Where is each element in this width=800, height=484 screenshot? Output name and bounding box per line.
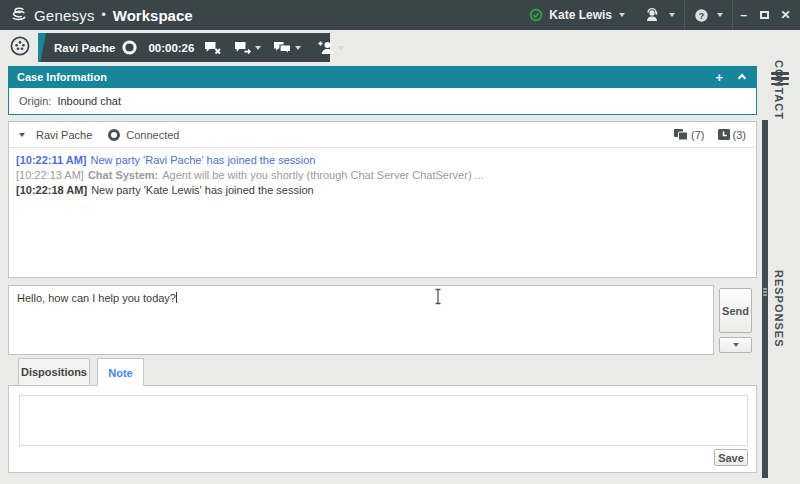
tab-note-label: Note (108, 367, 132, 379)
interactions-hub-button[interactable] (8, 34, 32, 58)
sidebar-tab-responses[interactable]: RESPONSES (773, 270, 785, 347)
chevron-down-icon (733, 343, 739, 347)
panel-splitter[interactable] (762, 120, 768, 478)
chat-session-panel: Ravi Pache Connected (7) (3) (8, 121, 757, 278)
svg-text:?: ? (699, 10, 705, 20)
message-text: New party 'Ravi Pache' has joined the se… (91, 154, 316, 166)
chat-party-status: Connected (126, 129, 179, 141)
transfer-chat-icon (234, 41, 252, 55)
message-text: New party 'Kate Lewis' has joined the se… (91, 184, 314, 196)
message-timestamp: [10:22:11 AM] (16, 154, 87, 166)
maximize-icon (760, 11, 769, 19)
agent-settings-menu[interactable] (634, 0, 684, 30)
title-bar: Genesys • Workspace Kate Lewis (0, 0, 800, 30)
connected-status-icon (108, 129, 120, 141)
note-input[interactable] (19, 395, 748, 446)
sidebar-tab-contact[interactable]: CONTACT (773, 60, 785, 120)
chevron-down-icon (619, 13, 625, 17)
brand-product: Workspace (113, 7, 193, 24)
maximize-button[interactable] (754, 0, 775, 30)
agent-headset-icon (643, 7, 661, 23)
transfer-chat-button[interactable] (228, 33, 267, 62)
send-options-button[interactable] (719, 337, 752, 353)
minimize-icon: – (740, 8, 747, 22)
ibeam-mouse-cursor (433, 288, 443, 305)
interaction-timer: 00:00:26 (148, 42, 194, 54)
chevron-down-icon (255, 46, 261, 50)
consult-chat-button[interactable] (267, 33, 307, 62)
interaction-toolbar: Ravi Pache 00:00:26 (0, 30, 800, 62)
brand: Genesys • Workspace (0, 5, 193, 25)
help-icon: ? (694, 8, 709, 23)
chat-status-icon (115, 33, 144, 62)
chat-transcript[interactable]: [10:22:11 AM]New party 'Ravi Pache' has … (9, 148, 756, 203)
agent-status-menu[interactable]: Kate Lewis (520, 0, 634, 30)
chevron-down-icon (717, 13, 723, 17)
send-button-label: Send (722, 305, 749, 317)
send-button[interactable]: Send (719, 288, 752, 333)
transcript-message: [10:22:18 AM]New party 'Kate Lewis' has … (16, 183, 749, 198)
chevron-down-icon (295, 46, 301, 50)
note-panel: Save (8, 385, 757, 473)
add-participant-icon (317, 40, 335, 55)
case-information-title: Case Information (17, 71, 107, 83)
history-count-icon (717, 128, 731, 141)
agent-name: Kate Lewis (549, 8, 612, 22)
tab-dispositions-label: Dispositions (21, 366, 87, 378)
case-information-header[interactable]: Case Information + (8, 66, 757, 88)
interactions-hub-icon (8, 34, 32, 58)
message-text: Agent will be with you shortly (through … (162, 169, 484, 181)
transcript-message: [10:22:13 AM]Chat System:Agent will be w… (16, 168, 749, 183)
end-chat-icon (204, 41, 222, 55)
splitter-grip-icon (763, 288, 767, 296)
save-button-label: Save (718, 452, 744, 464)
chevron-down-icon (338, 46, 344, 50)
close-icon: ✕ (780, 8, 790, 22)
interaction-party-name: Ravi Pache (54, 42, 115, 54)
message-timestamp: [10:22:18 AM] (16, 184, 87, 196)
chevron-down-icon (669, 13, 675, 17)
chat-party-row[interactable]: Ravi Pache Connected (7) (3) (9, 122, 756, 148)
tab-note[interactable]: Note (97, 358, 144, 386)
tab-dispositions[interactable]: Dispositions (18, 358, 90, 385)
history-count[interactable]: (3) (717, 128, 746, 141)
origin-value: Inbound chat (57, 95, 121, 107)
case-information-body: Origin: Inbound chat (8, 88, 757, 115)
message-sender: Chat System: (88, 169, 158, 181)
genesys-logo-icon (9, 5, 29, 25)
consult-chat-icon (273, 41, 292, 55)
minimize-button[interactable]: – (733, 0, 754, 30)
collapse-party-icon[interactable] (19, 133, 25, 137)
history-count-label: (3) (733, 129, 746, 141)
help-menu[interactable]: ? (685, 0, 732, 30)
brand-dot: • (102, 8, 106, 22)
brand-name: Genesys (34, 7, 95, 24)
save-button[interactable]: Save (714, 449, 748, 466)
end-chat-button[interactable] (198, 33, 228, 62)
origin-label: Origin: (19, 95, 51, 107)
chat-party-name: Ravi Pache (36, 129, 92, 141)
status-ready-icon (529, 8, 543, 22)
chat-message-input[interactable]: Hello, how can I help you today? (8, 285, 714, 355)
collapse-icon[interactable] (738, 74, 746, 82)
case-color-wedge (38, 33, 46, 62)
interactions-count-icon (673, 128, 689, 141)
add-case-data-button[interactable]: + (715, 70, 723, 85)
message-timestamp: [10:22:13 AM] (16, 169, 84, 181)
text-cursor (176, 292, 177, 303)
active-interaction-bar[interactable]: Ravi Pache 00:00:26 (38, 33, 330, 62)
transcript-message: [10:22:11 AM]New party 'Ravi Pache' has … (16, 153, 749, 168)
interactions-count[interactable]: (7) (673, 128, 704, 141)
close-button[interactable]: ✕ (775, 0, 796, 30)
interactions-count-label: (7) (691, 129, 704, 141)
workspace-window: Genesys • Workspace Kate Lewis (0, 0, 800, 484)
add-participant-button[interactable] (311, 33, 350, 62)
chat-message-value: Hello, how can I help you today? (17, 292, 176, 304)
